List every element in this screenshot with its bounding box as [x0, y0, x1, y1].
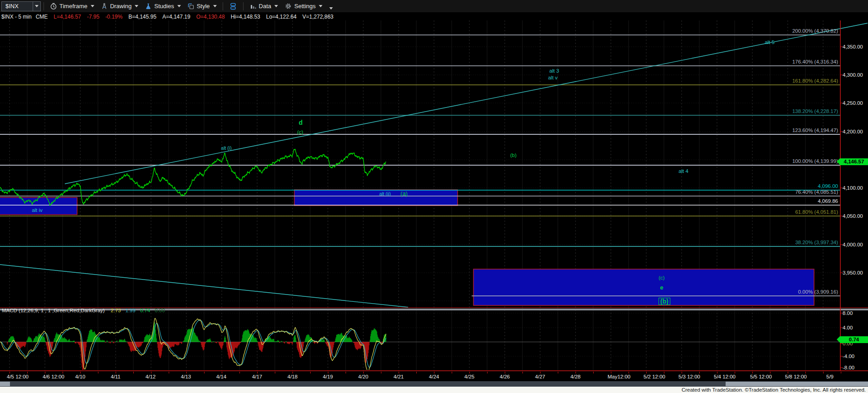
time-tick: [310, 372, 311, 373]
time-label: 4/20: [358, 374, 368, 379]
macd-study-label[interactable]: MACD (12,26,9, 1 , 1 ,Green,Red,DarkGray…: [2, 308, 165, 314]
time-tick: [841, 372, 841, 373]
copyright-text: Created with TradeStation. ©TradeStation…: [0, 387, 868, 393]
gear-icon: [284, 2, 292, 10]
annotation-label[interactable]: e: [660, 285, 663, 291]
time-tick: [10, 372, 10, 373]
annotation-label[interactable]: alt (ii): [379, 191, 391, 197]
settings-button[interactable]: Settings: [281, 0, 326, 12]
time-tick: [646, 372, 647, 373]
drawing-label: Drawing: [110, 3, 132, 10]
fib-level-label: 100.00% (4,139.99): [792, 158, 838, 164]
annotation-label[interactable]: alt 3: [549, 68, 559, 74]
alt-ii-zone[interactable]: [294, 190, 458, 206]
time-tick: [805, 372, 806, 373]
fib-level-label: 138.20% (4,228.17): [792, 108, 838, 114]
horizontal-scrollbar[interactable]: [0, 381, 868, 387]
time-tick: [540, 372, 541, 373]
time-tick: [699, 372, 700, 373]
annotation-label[interactable]: alt iv: [32, 207, 43, 213]
time-tick: [629, 372, 629, 373]
fib-level-label: 0.00% (3,909.16): [798, 289, 838, 295]
time-label: 4/11: [111, 374, 121, 379]
time-tick: [381, 372, 381, 373]
time-tick: [204, 372, 205, 373]
data-label: Data: [259, 3, 271, 10]
annotation-label[interactable]: (c): [658, 275, 664, 281]
scrollbar-left-button[interactable]: [0, 382, 10, 386]
macd-value: 1.99: [125, 308, 135, 313]
toolbar-separator: [223, 2, 223, 10]
time-label: May12:00: [608, 374, 631, 379]
macd-value: 0.00: [155, 308, 165, 313]
style-label: Style: [197, 3, 210, 10]
fib-level-label: 123.60% (4,194.47): [792, 127, 838, 133]
macd-tick-label: 4.00: [843, 324, 853, 331]
time-tick: [434, 372, 434, 373]
time-tick: [522, 372, 523, 373]
annotation-label[interactable]: alt (i): [221, 145, 231, 151]
macd-label-text: MACD (12,26,9, 1 , 1 ,Green,Red,DarkGray…: [2, 308, 105, 313]
quote-field: Lo=4,122.64: [266, 14, 297, 20]
scrollbar-thumb[interactable]: [726, 382, 868, 386]
annotation-label[interactable]: alt 4: [678, 168, 688, 174]
time-tick: [328, 372, 328, 373]
quote-bar: $INX - 5 min CME L=4,146.57-7.95-0.19%B=…: [0, 12, 868, 21]
chevron-down-icon: [274, 5, 278, 7]
time-tick: [346, 372, 346, 373]
time-label: 4/5 12:00: [7, 374, 29, 379]
time-label: 4/6 12:00: [43, 374, 64, 379]
price-tick-label: 4,250.00: [843, 100, 863, 106]
studies-button[interactable]: Studies: [141, 0, 184, 12]
annotation-label[interactable]: (a): [400, 191, 408, 197]
drawing-button[interactable]: Drawing: [98, 0, 142, 12]
time-tick: [45, 372, 45, 373]
time-label: 4/18: [288, 374, 297, 379]
layout-link-button[interactable]: [226, 0, 240, 12]
price-tick-label: 4,350.00: [843, 44, 863, 50]
chevron-down-icon: [213, 5, 217, 7]
fib-level-label: 4,069.86: [818, 198, 838, 204]
chart-canvas[interactable]: [0, 20, 868, 372]
time-tick: [487, 372, 488, 373]
macd-tick-label: 8.00: [843, 310, 853, 316]
symbol-select[interactable]: $INX: [1, 1, 41, 11]
time-label: 4/26: [500, 374, 510, 379]
quote-field: -7.95: [87, 14, 99, 20]
timeframe-button[interactable]: Timeframe: [47, 0, 98, 12]
annotation-label[interactable]: (b): [658, 298, 670, 305]
data-button[interactable]: Data: [246, 0, 281, 12]
time-tick: [823, 372, 824, 373]
toolbar-overflow-chevron[interactable]: [329, 4, 333, 11]
time-label: 5/5 12:00: [750, 374, 772, 379]
status-bar: Created with TradeStation. ©TradeStation…: [0, 387, 868, 393]
style-button[interactable]: Style: [184, 0, 220, 12]
time-label: 4/28: [571, 374, 580, 379]
time-label: 4/14: [216, 374, 226, 379]
time-tick: [752, 372, 753, 373]
annotation-label[interactable]: alt 5: [765, 39, 775, 45]
time-label: 4/19: [323, 374, 333, 379]
fib-level-label: 76.40% (4,085.51): [795, 189, 838, 195]
quote-symbol: $INX - 5 min: [1, 14, 32, 20]
macd-value: 2.73: [111, 308, 121, 313]
macd-tick-label: -4.00: [843, 353, 854, 359]
annotation-label[interactable]: alt v: [548, 74, 557, 81]
time-axis[interactable]: 4/5 12:004/6 12:004/104/114/124/134/144/…: [0, 372, 868, 381]
chevron-down-icon[interactable]: [33, 2, 40, 11]
time-tick: [116, 372, 116, 373]
flask-icon: [145, 3, 152, 10]
time-tick: [257, 372, 258, 373]
quote-field: -0.19%: [105, 14, 122, 20]
time-tick: [80, 372, 81, 373]
annotation-label[interactable]: d: [299, 119, 303, 126]
time-tick: [169, 372, 169, 373]
quote-field: A=4,147.19: [162, 14, 190, 20]
wave-b-zone[interactable]: [473, 269, 814, 305]
macd-value-badge: 0.74: [840, 336, 868, 343]
annotation-label[interactable]: (b): [510, 152, 517, 158]
style-icon: [187, 3, 195, 10]
chevron-down-icon: [91, 5, 94, 7]
annotation-label[interactable]: (c): [297, 129, 303, 135]
time-label: 5/2 12:00: [644, 374, 665, 379]
